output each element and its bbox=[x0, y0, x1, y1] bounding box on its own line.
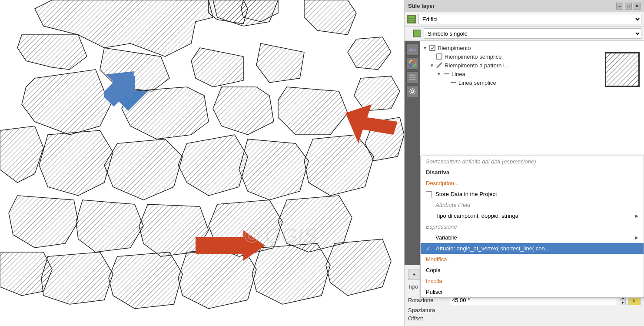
svg-point-49 bbox=[411, 90, 414, 93]
symbol-icon bbox=[412, 29, 421, 38]
store-data-checkbox[interactable] bbox=[426, 191, 432, 197]
svg-marker-30 bbox=[252, 243, 330, 304]
tree-item-root[interactable]: ▼ Riempimento bbox=[423, 43, 641, 52]
stack-tool[interactable] bbox=[406, 71, 418, 83]
left-toolbar: abc bbox=[405, 41, 420, 265]
symbol-select[interactable]: Simbolo singolo bbox=[424, 28, 641, 39]
svg-marker-27 bbox=[41, 252, 113, 304]
svg-marker-19 bbox=[239, 139, 309, 200]
title-bar: Stile layer ─ □ ✕ bbox=[405, 0, 644, 12]
svg-text:ε: ε bbox=[633, 298, 635, 303]
svg-rect-48 bbox=[409, 79, 416, 80]
map-svg bbox=[0, 0, 404, 326]
pattern-icon bbox=[436, 62, 443, 69]
tipo-campo-arrow: ▶ bbox=[635, 213, 638, 218]
menu-attuale[interactable]: ✓ Attuale: angle_at_vertex( shortest_lin… bbox=[421, 243, 644, 254]
color-tool[interactable] bbox=[406, 57, 418, 70]
menu-variabile[interactable]: Variabile ▶ bbox=[421, 232, 644, 243]
menu-tipo-campo[interactable]: Tipo di campo:int, doppio, stringa ▶ bbox=[421, 210, 644, 221]
abc-tool[interactable]: abc bbox=[406, 43, 418, 56]
svg-line-52 bbox=[437, 63, 442, 68]
svg-rect-50 bbox=[430, 45, 435, 50]
menu-modifica[interactable]: Modifica... bbox=[421, 254, 644, 265]
layer-icon bbox=[407, 15, 416, 23]
tree-label-semplice: Riempimento semplice bbox=[445, 53, 502, 60]
maximize-button[interactable]: □ bbox=[625, 3, 632, 10]
add-button[interactable]: + bbox=[408, 269, 420, 280]
menu-disattiva[interactable]: Disattiva bbox=[421, 167, 644, 178]
tree-label-linea: Linea bbox=[451, 71, 465, 77]
svg-rect-51 bbox=[437, 54, 442, 59]
variabile-arrow: ▶ bbox=[635, 235, 638, 240]
svg-marker-33 bbox=[354, 76, 400, 111]
tree-arrow-linea: ▼ bbox=[437, 72, 441, 77]
close-button[interactable]: ✕ bbox=[634, 3, 641, 10]
minimize-button[interactable]: ─ bbox=[616, 3, 623, 10]
offset-row: Offset bbox=[408, 315, 641, 322]
preview-box bbox=[605, 52, 640, 87]
spacing-label: Spaziatura bbox=[408, 307, 447, 313]
menu-description[interactable]: Description... bbox=[421, 178, 644, 189]
semplice-icon bbox=[436, 53, 443, 60]
tree-arrow: ▼ bbox=[423, 46, 427, 50]
menu-incolla[interactable]: Incolla bbox=[421, 276, 644, 286]
tree-label-root: Riempimento bbox=[438, 45, 471, 51]
attuale-check: ✓ bbox=[426, 245, 431, 252]
svg-rect-44 bbox=[413, 30, 420, 37]
properties-area: + − ▲ ▼ Tipo simbolo del vettore Riempim… bbox=[405, 265, 644, 326]
spin-down[interactable]: ▼ bbox=[620, 300, 626, 305]
svg-rect-46 bbox=[409, 74, 416, 76]
right-panel: Stile layer ─ □ ✕ Edifici Simbolo singol… bbox=[404, 0, 644, 326]
layer-select[interactable]: Edifici bbox=[418, 14, 641, 24]
menu-override-hint: Sovrascrittura definita dai dati (espres… bbox=[421, 156, 644, 167]
title-bar-controls: ─ □ ✕ bbox=[616, 3, 641, 10]
menu-pulisci[interactable]: Pulisci bbox=[421, 286, 644, 297]
tree-label-lineasemplice: Linea semplice bbox=[458, 80, 496, 86]
root-icon bbox=[429, 44, 436, 51]
layer-row: Edifici bbox=[405, 12, 644, 27]
dropdown-menu: Sovrascrittura definita dai dati (espres… bbox=[420, 156, 644, 298]
offset-label: Offset bbox=[408, 315, 447, 322]
menu-copia[interactable]: Copia bbox=[421, 265, 644, 276]
linea-icon bbox=[443, 70, 450, 77]
tree-arrow-pattern: ▼ bbox=[430, 63, 434, 68]
panel-title: Stile layer bbox=[408, 3, 435, 9]
tree-label-pattern: Riempimento a pattern l... bbox=[445, 62, 509, 69]
menu-attribute-field-label: Attribute Field bbox=[421, 200, 644, 210]
svg-marker-29 bbox=[178, 248, 256, 309]
lineasemplice-icon bbox=[450, 79, 457, 86]
symbol-type-row: Simbolo singolo bbox=[405, 27, 644, 41]
menu-espressione-label: Espressione bbox=[421, 221, 644, 232]
svg-rect-56 bbox=[606, 53, 639, 86]
svg-rect-41 bbox=[408, 16, 415, 23]
svg-rect-47 bbox=[409, 77, 416, 78]
menu-store-data[interactable]: Store Data in the Project bbox=[421, 189, 644, 200]
settings-tool[interactable] bbox=[406, 85, 418, 97]
map-area: © QGIS bbox=[0, 0, 404, 326]
svg-marker-20 bbox=[304, 135, 374, 196]
spacing-row: Spaziatura bbox=[408, 307, 641, 313]
